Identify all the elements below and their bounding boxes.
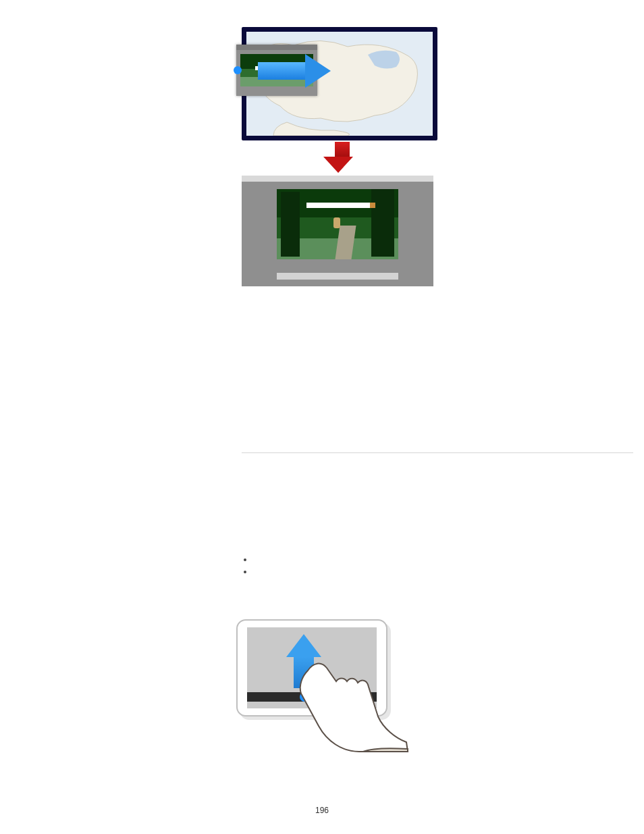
pc-progress-bar	[306, 203, 374, 208]
spacer	[242, 290, 633, 452]
pc-window	[242, 176, 433, 286]
pc-titlebar	[242, 176, 433, 182]
figure-swap-screens	[242, 27, 633, 290]
tree-right	[371, 189, 394, 257]
page: 196	[0, 0, 644, 834]
figure-swipe-up	[236, 619, 409, 754]
bullet-item	[254, 554, 633, 567]
section-separator	[242, 452, 633, 453]
section-2	[242, 554, 633, 754]
forest-path	[335, 226, 356, 259]
hand-icon	[294, 658, 409, 753]
pc-progress-handle	[370, 203, 375, 208]
touch-point-icon	[234, 66, 242, 74]
result-arrow-down-icon	[331, 142, 353, 173]
bullet-item	[254, 567, 633, 579]
tree-left	[281, 192, 300, 257]
content-column	[242, 27, 633, 754]
pc-photo	[277, 189, 398, 259]
page-number: 196	[0, 806, 644, 815]
bullet-list	[242, 554, 633, 579]
animal	[333, 217, 340, 228]
pc-toolbar	[277, 273, 398, 280]
inset-titlebar	[236, 45, 317, 50]
